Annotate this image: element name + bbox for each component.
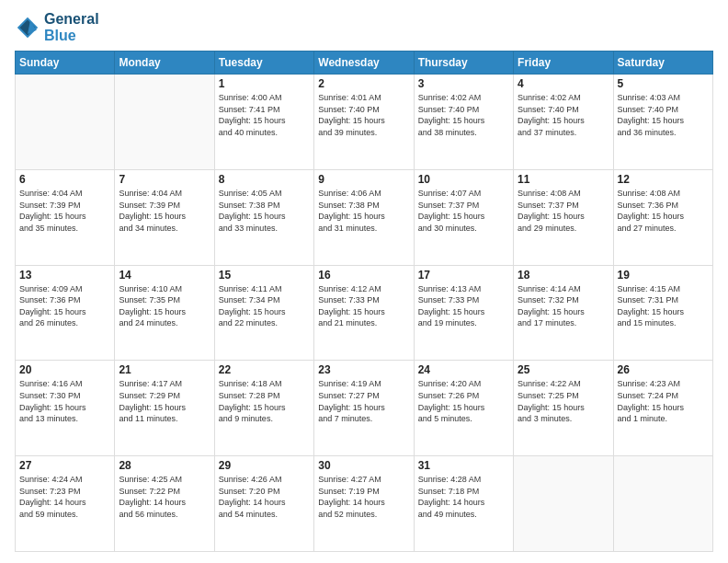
- day-number: 25: [518, 363, 609, 376]
- day-of-week-header: Thursday: [414, 52, 513, 75]
- calendar-day-cell: 5Sunrise: 4:03 AM Sunset: 7:40 PM Daylig…: [613, 75, 712, 170]
- day-number: 21: [119, 363, 210, 376]
- calendar-day-cell: [115, 75, 214, 170]
- day-info: Sunrise: 4:13 AM Sunset: 7:33 PM Dayligh…: [418, 283, 509, 329]
- calendar-table: SundayMondayTuesdayWednesdayThursdayFrid…: [15, 51, 713, 552]
- calendar-week-row: 1Sunrise: 4:00 AM Sunset: 7:41 PM Daylig…: [16, 75, 713, 170]
- day-info: Sunrise: 4:05 AM Sunset: 7:38 PM Dayligh…: [219, 188, 310, 234]
- day-number: 31: [418, 459, 509, 472]
- day-number: 17: [418, 269, 509, 282]
- day-info: Sunrise: 4:00 AM Sunset: 7:41 PM Dayligh…: [219, 92, 310, 138]
- day-info: Sunrise: 4:04 AM Sunset: 7:39 PM Dayligh…: [119, 188, 210, 234]
- calendar-day-cell: 6Sunrise: 4:04 AM Sunset: 7:39 PM Daylig…: [16, 169, 115, 265]
- day-number: 28: [119, 459, 210, 472]
- day-info: Sunrise: 4:23 AM Sunset: 7:24 PM Dayligh…: [618, 378, 709, 424]
- day-info: Sunrise: 4:09 AM Sunset: 7:36 PM Dayligh…: [19, 283, 110, 329]
- calendar-day-cell: 18Sunrise: 4:14 AM Sunset: 7:32 PM Dayli…: [514, 265, 613, 361]
- calendar-day-cell: 27Sunrise: 4:24 AM Sunset: 7:23 PM Dayli…: [16, 456, 115, 552]
- calendar-day-cell: 28Sunrise: 4:25 AM Sunset: 7:22 PM Dayli…: [115, 456, 214, 552]
- day-info: Sunrise: 4:27 AM Sunset: 7:19 PM Dayligh…: [318, 474, 409, 520]
- day-number: 27: [19, 459, 110, 472]
- day-of-week-header: Wednesday: [314, 52, 414, 75]
- day-info: Sunrise: 4:08 AM Sunset: 7:37 PM Dayligh…: [518, 188, 609, 234]
- day-info: Sunrise: 4:06 AM Sunset: 7:38 PM Dayligh…: [318, 188, 409, 234]
- calendar-day-cell: 22Sunrise: 4:18 AM Sunset: 7:28 PM Dayli…: [214, 361, 313, 456]
- day-info: Sunrise: 4:19 AM Sunset: 7:27 PM Dayligh…: [318, 378, 409, 424]
- day-info: Sunrise: 4:14 AM Sunset: 7:32 PM Dayligh…: [518, 283, 609, 329]
- calendar-week-row: 27Sunrise: 4:24 AM Sunset: 7:23 PM Dayli…: [16, 456, 713, 552]
- calendar-week-row: 20Sunrise: 4:16 AM Sunset: 7:30 PM Dayli…: [16, 361, 713, 456]
- calendar-day-cell: [16, 75, 115, 170]
- day-of-week-header: Sunday: [16, 52, 115, 75]
- day-info: Sunrise: 4:03 AM Sunset: 7:40 PM Dayligh…: [618, 92, 709, 138]
- day-info: Sunrise: 4:20 AM Sunset: 7:26 PM Dayligh…: [418, 378, 509, 424]
- day-info: Sunrise: 4:04 AM Sunset: 7:39 PM Dayligh…: [19, 188, 110, 234]
- day-number: 19: [618, 269, 709, 282]
- calendar-day-cell: 26Sunrise: 4:23 AM Sunset: 7:24 PM Dayli…: [613, 361, 712, 456]
- calendar-day-cell: 20Sunrise: 4:16 AM Sunset: 7:30 PM Dayli…: [16, 361, 115, 456]
- calendar-week-row: 13Sunrise: 4:09 AM Sunset: 7:36 PM Dayli…: [16, 265, 713, 361]
- calendar-day-cell: 7Sunrise: 4:04 AM Sunset: 7:39 PM Daylig…: [115, 169, 214, 265]
- day-number: 18: [518, 269, 609, 282]
- header: General Blue: [15, 11, 713, 43]
- day-number: 22: [219, 363, 310, 376]
- day-info: Sunrise: 4:26 AM Sunset: 7:20 PM Dayligh…: [219, 474, 310, 520]
- day-number: 20: [19, 363, 110, 376]
- calendar-header-row: SundayMondayTuesdayWednesdayThursdayFrid…: [16, 52, 713, 75]
- day-number: 7: [119, 173, 210, 186]
- day-info: Sunrise: 4:18 AM Sunset: 7:28 PM Dayligh…: [219, 378, 310, 424]
- day-info: Sunrise: 4:08 AM Sunset: 7:36 PM Dayligh…: [618, 188, 709, 234]
- calendar-day-cell: 1Sunrise: 4:00 AM Sunset: 7:41 PM Daylig…: [214, 75, 313, 170]
- calendar-day-cell: 17Sunrise: 4:13 AM Sunset: 7:33 PM Dayli…: [414, 265, 513, 361]
- day-number: 1: [219, 77, 310, 90]
- day-number: 9: [318, 173, 409, 186]
- calendar-day-cell: 31Sunrise: 4:28 AM Sunset: 7:18 PM Dayli…: [414, 456, 513, 552]
- day-number: 13: [19, 269, 110, 282]
- day-number: 4: [518, 77, 609, 90]
- calendar-day-cell: 30Sunrise: 4:27 AM Sunset: 7:19 PM Dayli…: [314, 456, 414, 552]
- calendar-day-cell: 11Sunrise: 4:08 AM Sunset: 7:37 PM Dayli…: [514, 169, 613, 265]
- day-info: Sunrise: 4:12 AM Sunset: 7:33 PM Dayligh…: [318, 283, 409, 329]
- calendar-day-cell: [514, 456, 613, 552]
- calendar-day-cell: 14Sunrise: 4:10 AM Sunset: 7:35 PM Dayli…: [115, 265, 214, 361]
- day-info: Sunrise: 4:22 AM Sunset: 7:25 PM Dayligh…: [518, 378, 609, 424]
- day-number: 11: [518, 173, 609, 186]
- calendar-day-cell: 2Sunrise: 4:01 AM Sunset: 7:40 PM Daylig…: [314, 75, 414, 170]
- calendar-day-cell: 25Sunrise: 4:22 AM Sunset: 7:25 PM Dayli…: [514, 361, 613, 456]
- calendar-day-cell: 23Sunrise: 4:19 AM Sunset: 7:27 PM Dayli…: [314, 361, 414, 456]
- calendar-day-cell: 8Sunrise: 4:05 AM Sunset: 7:38 PM Daylig…: [214, 169, 313, 265]
- day-info: Sunrise: 4:16 AM Sunset: 7:30 PM Dayligh…: [19, 378, 110, 424]
- calendar-day-cell: 16Sunrise: 4:12 AM Sunset: 7:33 PM Dayli…: [314, 265, 414, 361]
- day-of-week-header: Saturday: [613, 52, 712, 75]
- day-info: Sunrise: 4:25 AM Sunset: 7:22 PM Dayligh…: [119, 474, 210, 520]
- calendar-day-cell: 24Sunrise: 4:20 AM Sunset: 7:26 PM Dayli…: [414, 361, 513, 456]
- logo-icon: [15, 15, 40, 40]
- day-of-week-header: Friday: [514, 52, 613, 75]
- day-number: 10: [418, 173, 509, 186]
- calendar-day-cell: 19Sunrise: 4:15 AM Sunset: 7:31 PM Dayli…: [613, 265, 712, 361]
- day-of-week-header: Tuesday: [214, 52, 313, 75]
- day-number: 30: [318, 459, 409, 472]
- calendar-day-cell: 10Sunrise: 4:07 AM Sunset: 7:37 PM Dayli…: [414, 169, 513, 265]
- calendar-day-cell: 12Sunrise: 4:08 AM Sunset: 7:36 PM Dayli…: [613, 169, 712, 265]
- calendar-day-cell: [613, 456, 712, 552]
- day-number: 3: [418, 77, 509, 90]
- day-number: 24: [418, 363, 509, 376]
- calendar-week-row: 6Sunrise: 4:04 AM Sunset: 7:39 PM Daylig…: [16, 169, 713, 265]
- day-number: 5: [618, 77, 709, 90]
- day-number: 15: [219, 269, 310, 282]
- day-info: Sunrise: 4:24 AM Sunset: 7:23 PM Dayligh…: [19, 474, 110, 520]
- day-number: 12: [618, 173, 709, 186]
- logo-text: General Blue: [44, 11, 99, 43]
- day-info: Sunrise: 4:10 AM Sunset: 7:35 PM Dayligh…: [119, 283, 210, 329]
- day-number: 23: [318, 363, 409, 376]
- day-info: Sunrise: 4:15 AM Sunset: 7:31 PM Dayligh…: [618, 283, 709, 329]
- day-info: Sunrise: 4:02 AM Sunset: 7:40 PM Dayligh…: [518, 92, 609, 138]
- day-of-week-header: Monday: [115, 52, 214, 75]
- day-number: 26: [618, 363, 709, 376]
- calendar-page: General Blue SundayMondayTuesdayWednesda…: [0, 0, 728, 563]
- day-info: Sunrise: 4:01 AM Sunset: 7:40 PM Dayligh…: [318, 92, 409, 138]
- day-number: 2: [318, 77, 409, 90]
- calendar-day-cell: 29Sunrise: 4:26 AM Sunset: 7:20 PM Dayli…: [214, 456, 313, 552]
- calendar-day-cell: 21Sunrise: 4:17 AM Sunset: 7:29 PM Dayli…: [115, 361, 214, 456]
